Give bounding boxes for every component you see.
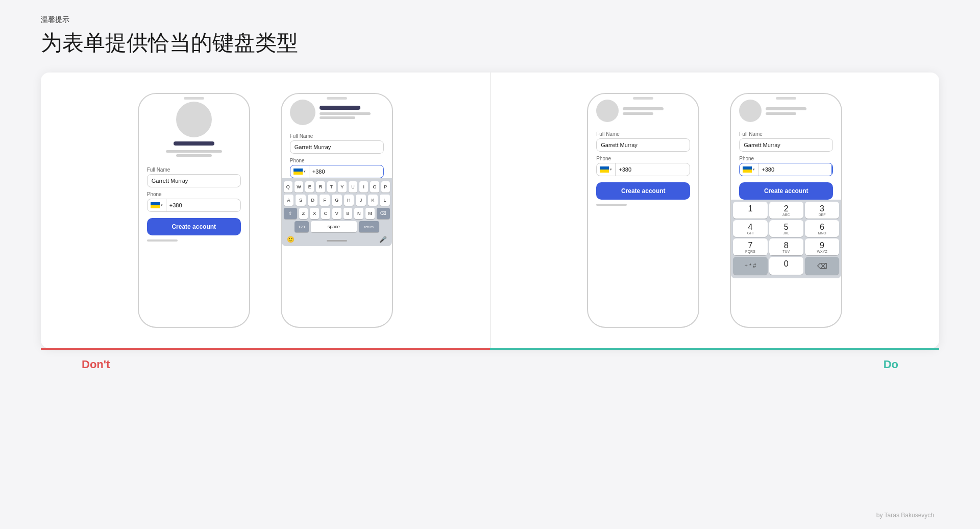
- dont-bottom: Don't: [41, 348, 490, 379]
- key-r[interactable]: R: [316, 181, 325, 193]
- ukraine-flag-4: [743, 166, 752, 173]
- content-area: Full Name Garrett Murray Phone ▾ +380: [41, 73, 939, 348]
- numpad-key-8[interactable]: 8 TUV: [769, 238, 803, 255]
- key-b[interactable]: B: [344, 208, 353, 219]
- numpad-row-3: 7 PQRS 8 TUV 9 WXYZ: [733, 238, 839, 255]
- create-account-btn-1[interactable]: Create account: [147, 218, 241, 235]
- key-v[interactable]: V: [332, 208, 341, 219]
- key-l[interactable]: L: [380, 195, 390, 206]
- mic-icon[interactable]: 🎤: [379, 236, 387, 243]
- avatar-3: [596, 100, 619, 122]
- phone-number-2[interactable]: +380: [309, 165, 383, 178]
- key-d[interactable]: D: [308, 195, 318, 206]
- profile-bar-gray-short-1: [176, 154, 212, 157]
- key-x[interactable]: X: [310, 208, 319, 219]
- flag-selector-4[interactable]: ▾: [740, 163, 758, 176]
- full-name-input-3[interactable]: Garrett Murray: [596, 138, 690, 152]
- key-shift[interactable]: ⇧: [284, 208, 297, 219]
- numpad-key-symbols[interactable]: + * #: [733, 257, 767, 275]
- keyboard-row-1: Q W E R T Y U I O P: [284, 181, 390, 193]
- attribution-text: by Taras Bakusevych: [876, 512, 934, 519]
- numpad-key-3[interactable]: 3 DEF: [805, 202, 839, 219]
- key-123[interactable]: 123: [295, 221, 309, 232]
- numpad-key-6[interactable]: 6 MNO: [805, 220, 839, 237]
- dont-panel: Full Name Garrett Murray Phone ▾ +380: [41, 73, 491, 348]
- phone-content-2: Full Name Garrett Murray Phone ▾ +380: [282, 100, 392, 327]
- key-g[interactable]: G: [332, 195, 342, 206]
- phone-label-4: Phone: [739, 156, 833, 161]
- full-name-input-4[interactable]: Garrett Murray: [739, 138, 833, 152]
- page-container: 温馨提示 为表单提供恰当的键盘类型 Full Name Garrett Murr…: [0, 0, 980, 410]
- chevron-down-4: ▾: [753, 167, 755, 172]
- key-f[interactable]: F: [320, 195, 330, 206]
- full-name-input-2[interactable]: Garrett Murray: [290, 140, 384, 154]
- key-j[interactable]: J: [356, 195, 366, 206]
- key-s[interactable]: S: [296, 195, 306, 206]
- avatar-1: [176, 102, 212, 137]
- create-account-btn-4[interactable]: Create account: [739, 182, 833, 200]
- key-delete[interactable]: ⌫: [377, 208, 390, 219]
- phone-content-3: Full Name Garrett Murray Phone ▾ +380: [588, 100, 698, 327]
- do-text: Do: [884, 358, 898, 371]
- key-n[interactable]: N: [354, 208, 363, 219]
- profile-area-1: [147, 100, 241, 157]
- phone-number-1[interactable]: +380: [166, 199, 240, 211]
- key-z[interactable]: Z: [299, 208, 308, 219]
- phone-label-1: Phone: [147, 191, 241, 197]
- flag-selector-3[interactable]: ▾: [597, 163, 616, 176]
- key-h[interactable]: H: [344, 195, 354, 206]
- numpad-key-0[interactable]: 0: [769, 257, 803, 275]
- key-p[interactable]: P: [381, 181, 390, 193]
- phone-number-3[interactable]: +380: [616, 163, 690, 176]
- key-c[interactable]: C: [321, 208, 330, 219]
- full-name-label-3: Full Name: [596, 131, 690, 137]
- numpad-key-9[interactable]: 9 WXYZ: [805, 238, 839, 255]
- ukraine-flag-3: [600, 166, 609, 173]
- key-y[interactable]: Y: [338, 181, 347, 193]
- key-e[interactable]: E: [305, 181, 314, 193]
- key-w[interactable]: W: [295, 181, 303, 193]
- phone-row-4: ▾ +380: [739, 163, 833, 176]
- numpad-key-7[interactable]: 7 PQRS: [733, 238, 767, 255]
- phone-content-4: Full Name Garrett Murray Phone ▾ +380: [731, 100, 841, 327]
- create-account-btn-3[interactable]: Create account: [596, 182, 690, 200]
- keyboard-bottom-row: 🙂 🎤: [284, 234, 390, 244]
- numpad-key-4[interactable]: 4 GHI: [733, 220, 767, 237]
- flag-selector-2[interactable]: ▾: [290, 165, 309, 178]
- numpad-key-delete[interactable]: ⌫: [805, 257, 839, 275]
- key-return[interactable]: return: [359, 221, 379, 232]
- key-m[interactable]: M: [365, 208, 375, 219]
- key-o[interactable]: O: [370, 181, 379, 193]
- numpad-key-5[interactable]: 5 JKL: [769, 220, 803, 237]
- key-k[interactable]: K: [368, 195, 378, 206]
- tip-label: 温馨提示: [41, 15, 939, 25]
- key-u[interactable]: U: [349, 181, 357, 193]
- avatar-2: [290, 100, 315, 125]
- home-indicator: [327, 240, 347, 242]
- full-name-label-2: Full Name: [290, 133, 384, 139]
- key-i[interactable]: I: [359, 181, 368, 193]
- numpad-key-1[interactable]: 1: [733, 202, 767, 219]
- flag-selector-1[interactable]: ▾: [148, 199, 166, 211]
- key-space[interactable]: space: [311, 221, 357, 232]
- qwerty-keyboard: Q W E R T Y U I O P A: [282, 178, 392, 246]
- profile-area-4: [739, 100, 833, 122]
- key-t[interactable]: T: [327, 181, 336, 193]
- ukraine-flag-1: [151, 202, 160, 208]
- phone-mockup-2: Full Name Garrett Murray Phone ▾ +380: [281, 93, 393, 328]
- phone-number-4[interactable]: +380: [758, 163, 832, 176]
- numpad-key-2[interactable]: 2 ABC: [769, 202, 803, 219]
- dont-text: Don't: [82, 358, 110, 371]
- phone-label-3: Phone: [596, 156, 690, 161]
- phone-row-1: ▾ +380: [147, 199, 241, 212]
- key-a[interactable]: A: [284, 195, 294, 206]
- phone-mockup-3: Full Name Garrett Murray Phone ▾ +380: [587, 93, 699, 328]
- key-q[interactable]: Q: [284, 181, 292, 193]
- profile-area-3: [596, 100, 690, 122]
- ukraine-flag-2: [293, 169, 303, 175]
- chevron-down-1: ▾: [161, 203, 163, 207]
- emoji-icon[interactable]: 🙂: [287, 236, 295, 243]
- full-name-input-1[interactable]: Garrett Murray: [147, 174, 241, 187]
- profile-area-2: [290, 100, 384, 125]
- phone-content-1: Full Name Garrett Murray Phone ▾ +380: [139, 100, 249, 327]
